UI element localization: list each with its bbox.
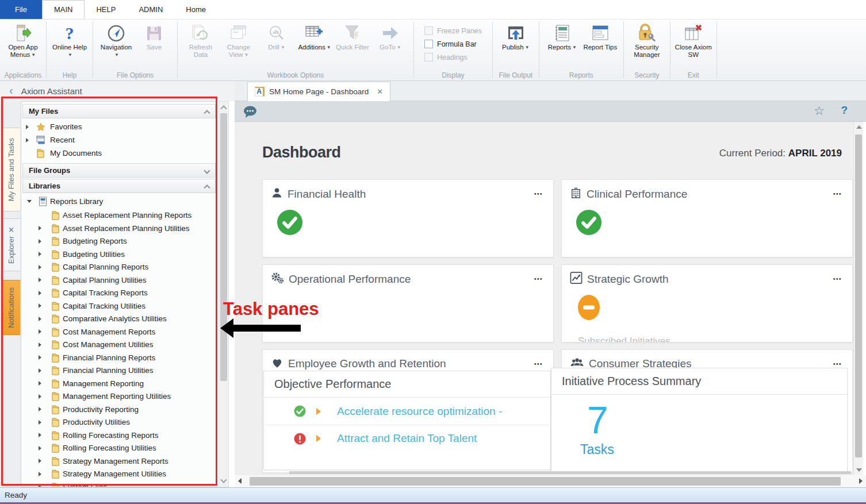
section-header-libraries[interactable]: Libraries <box>22 179 216 193</box>
expand-triangle-icon[interactable] <box>39 239 41 244</box>
ribbon-button-additions[interactable]: Additions▼ <box>296 22 333 52</box>
expand-triangle-icon[interactable] <box>39 278 41 282</box>
ribbon-button-drill[interactable]: Drill▼ <box>258 22 295 52</box>
ribbon-button-goto[interactable]: GoTo▼ <box>372 22 409 52</box>
ribbon-button-navigation[interactable]: Navigation▼ <box>98 22 135 59</box>
scroll-down-chevron-icon[interactable] <box>220 476 227 483</box>
expand-triangle-icon[interactable] <box>26 125 29 129</box>
expand-triangle-icon[interactable] <box>39 446 41 451</box>
scroll-right-arrow-icon[interactable] <box>859 478 863 484</box>
ribbon-button-online-help[interactable]: ?Online Help▼ <box>51 22 88 59</box>
checkbox-formula-bar[interactable]: Formula Bar <box>424 40 482 48</box>
side-tab-explorer[interactable]: Explorer ✕ <box>2 218 20 271</box>
tree-item-productivity-utilities[interactable]: Productivity Utilities <box>22 415 216 429</box>
ribbon-button-reports[interactable]: Reports▼ <box>544 22 581 52</box>
tree-item-recent[interactable]: Recent <box>22 133 216 147</box>
ribbon-tab-help[interactable]: HELP <box>85 0 127 19</box>
card-menu-icon[interactable]: ••• <box>831 190 844 198</box>
tree-item-management-reporting-utilities[interactable]: Management Reporting Utilities <box>22 390 216 403</box>
checkbox-box[interactable] <box>424 40 433 48</box>
tree-item-cost-management-reports[interactable]: Cost Management Reports <box>22 325 216 338</box>
tree-item-capital-planning-reports[interactable]: Capital Planning Reports <box>22 260 216 274</box>
ribbon-button-close-axiom-sw[interactable]: Close Axiom SW <box>675 22 712 59</box>
expand-triangle-icon[interactable] <box>39 381 41 386</box>
card-menu-icon[interactable]: ••• <box>831 275 844 283</box>
tree-item-budgeting-utilities[interactable]: Budgeting Utilities <box>22 248 216 261</box>
tree-item-comparative-analytics-utilities[interactable]: Comparative Analytics Utilities <box>22 312 216 325</box>
card-menu-icon[interactable]: ••• <box>532 190 545 198</box>
card-menu-icon[interactable]: ••• <box>831 360 844 368</box>
tree-item-capital-tracking-utilities[interactable]: Capital Tracking Utilities <box>22 299 216 313</box>
tree-item-capital-planning-utilities[interactable]: Capital Planning Utilities <box>22 274 216 287</box>
vertical-scrollbar[interactable] <box>853 122 863 475</box>
objective-row-attract-and-retain-top-talent[interactable]: Attract and Retain Top Talent <box>264 425 550 452</box>
ribbon-button-report-tips[interactable]: Report Tips <box>582 22 619 51</box>
ribbon-tab-file[interactable]: File <box>0 0 42 19</box>
checkbox-freeze-panes[interactable]: Freeze Panes <box>424 26 482 35</box>
ribbon-button-security-manager[interactable]: Security Manager <box>629 22 665 59</box>
collapse-triangle-icon[interactable] <box>27 200 32 203</box>
expand-triangle-icon[interactable] <box>39 329 41 334</box>
checkbox-headings[interactable]: Headings <box>424 53 482 61</box>
scroll-down-arrow-icon[interactable] <box>856 468 862 472</box>
objective-link[interactable]: Attract and Retain Top Talent <box>337 432 477 445</box>
tree-item-rolling-forecasting-reports[interactable]: Rolling Forecasting Reports <box>22 429 216 442</box>
expand-triangle-icon[interactable] <box>39 368 41 373</box>
tree-item-capital-tracking-reports[interactable]: Capital Tracking Reports <box>22 286 216 299</box>
expand-triangle-icon[interactable] <box>39 343 41 347</box>
expand-triangle-icon[interactable] <box>39 407 41 411</box>
checkbox-box[interactable] <box>424 26 433 35</box>
expand-arrow-icon[interactable] <box>316 435 321 442</box>
task-count[interactable]: 7 <box>587 398 608 442</box>
document-tab[interactable]: A SM Home Page - Dashboard ✕ <box>247 82 390 101</box>
expand-triangle-icon[interactable] <box>39 394 41 399</box>
scroll-up-chevron-icon[interactable] <box>220 105 227 111</box>
expand-triangle-icon[interactable] <box>39 291 41 295</box>
collapse-pane-chevron-icon[interactable]: ‹ <box>9 84 13 97</box>
ribbon-button-refresh-data[interactable]: Refresh Data <box>182 22 219 59</box>
favorite-star-icon[interactable]: ☆ <box>814 104 825 118</box>
expand-triangle-icon[interactable] <box>39 420 41 425</box>
ribbon-button-open-app-menus[interactable]: Open App Menus▼ <box>5 22 41 59</box>
tree-item-my-documents[interactable]: My Documents <box>22 147 216 160</box>
tree-item-favorites[interactable]: Favorites <box>22 120 216 133</box>
scrollbar-thumb[interactable] <box>855 134 862 457</box>
ribbon-button-save[interactable]: Save <box>136 22 173 51</box>
section-header-file-groups[interactable]: File Groups <box>22 163 216 178</box>
ribbon-button-quick-filter[interactable]: Quick Filter <box>334 22 371 51</box>
expand-arrow-icon[interactable] <box>316 408 321 415</box>
scrollbar-thumb[interactable] <box>250 477 841 486</box>
tree-item-rolling-forecasting-utilities[interactable]: Rolling Forecasting Utilities <box>22 441 216 455</box>
tree-item-asset-replacement-planning-reports[interactable]: Asset Replacement Planning Reports <box>22 209 216 222</box>
expand-triangle-icon[interactable] <box>39 472 41 476</box>
tree-item-financial-planning-reports[interactable]: Financial Planning Reports <box>22 351 216 364</box>
help-icon[interactable]: ? <box>841 104 848 117</box>
card-menu-icon[interactable]: ••• <box>532 360 545 368</box>
expand-triangle-icon[interactable] <box>39 226 41 230</box>
document-tab-close-icon[interactable]: ✕ <box>377 87 383 96</box>
tree-item-strategy-management-utilities[interactable]: Strategy Management Utilities <box>22 467 216 480</box>
side-tab-my-files-and-tasks[interactable]: My Files and Tasks <box>2 128 20 211</box>
ribbon-tab-main[interactable]: MAIN <box>42 0 85 19</box>
expand-triangle-icon[interactable] <box>26 138 29 143</box>
expand-triangle-icon[interactable] <box>39 252 41 256</box>
ribbon-tab-home[interactable]: Home <box>174 0 217 19</box>
scrollbar-thumb[interactable] <box>220 113 227 381</box>
tree-item-budgeting-reports[interactable]: Budgeting Reports <box>22 234 216 248</box>
ribbon-button-publish[interactable]: Publish▼ <box>497 22 534 52</box>
expand-triangle-icon[interactable] <box>39 265 41 270</box>
section-header-my-files[interactable]: My Files <box>22 104 216 118</box>
tree-item-financial-planning-utilities[interactable]: Financial Planning Utilities <box>22 364 216 377</box>
ribbon-tab-admin[interactable]: ADMIN <box>127 0 174 19</box>
objective-link[interactable]: Accelerate resource optimization - <box>337 405 502 418</box>
task-pane-scrollbar[interactable] <box>219 101 229 487</box>
card-menu-icon[interactable]: ••• <box>532 275 545 283</box>
tree-item-reports-library[interactable]: Reports Library <box>22 195 216 208</box>
scroll-left-arrow-icon[interactable] <box>238 478 242 484</box>
horizontal-scrollbar[interactable] <box>235 475 866 487</box>
ribbon-button-change-view[interactable]: Change View▼ <box>220 22 257 59</box>
tree-item-system-files[interactable]: System Files <box>22 480 216 488</box>
checkbox-box[interactable] <box>424 53 433 61</box>
side-tab-notifications[interactable]: Notifications <box>2 280 20 335</box>
expand-triangle-icon[interactable] <box>39 433 41 437</box>
